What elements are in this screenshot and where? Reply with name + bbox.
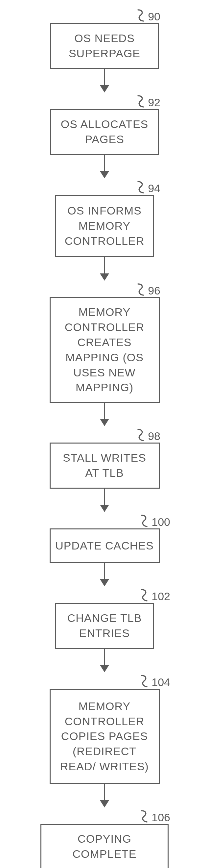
flowchart-container: 90OS NEEDS SUPERPAGE92OS ALLOCATES PAGES… (0, 7, 209, 868)
flow-arrow (100, 563, 109, 586)
step-ref-number: 106 (151, 811, 170, 824)
step-ref-row: 98 (35, 426, 174, 442)
arrow-line (104, 784, 105, 801)
flow-box: OS INFORMS MEMORY CONTROLLER (55, 195, 154, 257)
flow-arrow (100, 403, 109, 426)
flow-box: OS ALLOCATES PAGES (50, 109, 159, 155)
step-ref-number: 90 (148, 10, 160, 23)
flow-box: UPDATE CACHES (49, 528, 160, 563)
step-ref-number: 92 (148, 96, 160, 109)
squiggle-icon (140, 588, 151, 603)
arrow-line (104, 403, 105, 419)
arrow-line (104, 69, 105, 86)
step-ref-number: 102 (151, 590, 170, 603)
flow-box: COPYING COMPLETE (40, 824, 169, 868)
arrow-head-icon (100, 85, 109, 92)
flow-arrow (100, 649, 109, 672)
flow-arrow (100, 489, 109, 512)
squiggle-icon (136, 8, 148, 23)
arrow-line (104, 257, 105, 274)
squiggle-icon (136, 428, 148, 442)
flow-step: 98STALL WRITES AT TLB (0, 426, 209, 489)
step-ref-row: 100 (35, 512, 174, 528)
step-ref-number: 100 (151, 516, 170, 528)
arrow-head-icon (100, 505, 109, 512)
flow-step: 90OS NEEDS SUPERPAGE (0, 7, 209, 69)
flow-box: MEMORY CONTROLLER CREATES MAPPING (OS US… (49, 297, 160, 403)
squiggle-icon (140, 674, 151, 689)
flow-box: MEMORY CONTROLLER COPIES PAGES (REDIRECT… (49, 689, 160, 784)
flow-box: CHANGE TLB ENTRIES (55, 603, 154, 649)
flow-arrow (100, 257, 109, 281)
arrow-line (104, 489, 105, 505)
flow-arrow (100, 784, 109, 807)
arrow-line (104, 563, 105, 580)
arrow-line (104, 649, 105, 665)
flow-step: 92OS ALLOCATES PAGES (0, 92, 209, 155)
flow-step: 106COPYING COMPLETE (0, 807, 209, 868)
squiggle-icon (136, 283, 148, 297)
step-ref-row: 94 (35, 178, 174, 195)
flow-step: 102CHANGE TLB ENTRIES (0, 586, 209, 649)
squiggle-icon (140, 809, 151, 824)
flow-box: OS NEEDS SUPERPAGE (50, 23, 159, 69)
step-ref-row: 104 (35, 672, 174, 689)
arrow-head-icon (100, 171, 109, 178)
step-ref-row: 90 (35, 7, 174, 23)
squiggle-icon (140, 514, 151, 528)
arrow-line (104, 155, 105, 172)
step-ref-number: 96 (148, 284, 160, 297)
flow-step: 94OS INFORMS MEMORY CONTROLLER (0, 178, 209, 257)
arrow-head-icon (100, 419, 109, 426)
squiggle-icon (136, 180, 148, 195)
step-ref-row: 96 (35, 281, 174, 297)
arrow-head-icon (100, 273, 109, 281)
flow-box: STALL WRITES AT TLB (49, 442, 160, 489)
arrow-head-icon (100, 665, 109, 672)
step-ref-number: 98 (148, 430, 160, 442)
arrow-head-icon (100, 800, 109, 807)
step-ref-row: 106 (35, 807, 174, 824)
flow-arrow (100, 155, 109, 178)
flow-arrow (100, 69, 109, 92)
flow-step: 104MEMORY CONTROLLER COPIES PAGES (REDIR… (0, 672, 209, 784)
flow-step: 96MEMORY CONTROLLER CREATES MAPPING (OS … (0, 281, 209, 403)
step-ref-row: 92 (35, 92, 174, 109)
step-ref-row: 102 (35, 586, 174, 603)
flow-step: 100UPDATE CACHES (0, 512, 209, 563)
arrow-head-icon (100, 579, 109, 586)
step-ref-number: 94 (148, 182, 160, 195)
squiggle-icon (136, 94, 148, 109)
step-ref-number: 104 (151, 676, 170, 689)
